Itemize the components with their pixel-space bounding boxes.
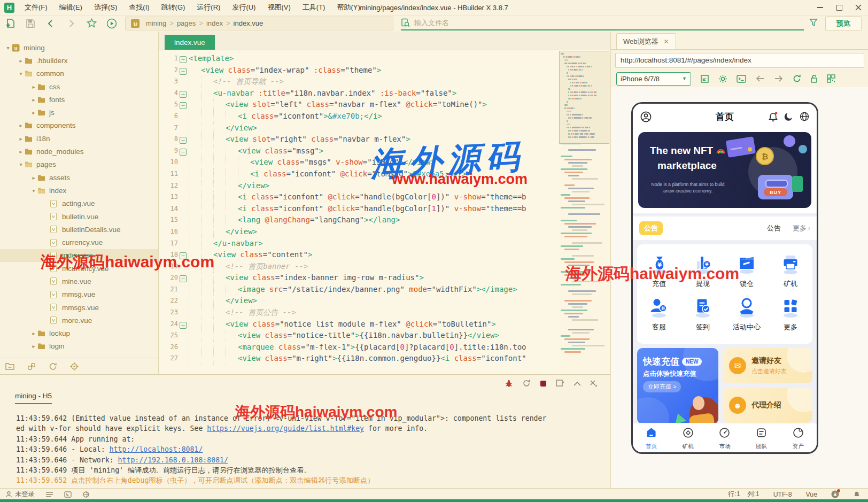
code-line[interactable]: 13<i class="iconfont" @click="handle(bgC… (159, 191, 559, 203)
line-number[interactable]: 8 (159, 134, 180, 145)
menu-item[interactable]: 发行(U) (226, 0, 261, 15)
line-number[interactable]: 13 (159, 191, 180, 203)
line-number[interactable]: 27 (159, 353, 180, 365)
chevron-collapsed-icon[interactable]: ▸ (17, 136, 25, 142)
tree-item-lockup[interactable]: ▸lockup (0, 327, 158, 340)
minimap[interactable] (559, 50, 610, 374)
line-number[interactable]: 2 (159, 65, 180, 76)
tab-team[interactable]: 团队 (743, 423, 780, 452)
tree-item-login[interactable]: ▸login (0, 340, 158, 353)
login-status[interactable]: 未登录 (5, 490, 35, 499)
code-area[interactable]: 1–<template>2–<view class="index-wrap" :… (159, 50, 559, 374)
tree-item-pages[interactable]: ▾pages (0, 158, 158, 171)
line-number[interactable]: 15 (159, 214, 180, 226)
chevron-collapsed-icon[interactable]: ▸ (30, 330, 37, 336)
tree-item-mcurrency-vue[interactable]: Vmcurrency.vue (0, 262, 158, 275)
tree-item-mmsg-vue[interactable]: Vmmsg.vue (0, 288, 158, 301)
code-line[interactable]: 27<view class="m-right">{{i18n.common.ge… (159, 353, 559, 365)
nav-back-icon[interactable] (755, 75, 765, 82)
code-line[interactable]: 15<lang @langChang="langChang"></lang> (159, 214, 559, 226)
fold-marker[interactable]: – (180, 65, 189, 76)
code-line[interactable]: 3<!-- 首页导航 --> (159, 76, 559, 88)
console-link[interactable]: https://vuejs.org/guide/list.html#key (207, 424, 364, 433)
code-line[interactable]: 6<i class="iconfont">&#xe70b;</i> (159, 111, 559, 122)
breadcrumb-item[interactable]: mining (146, 19, 166, 27)
debug-bug-icon[interactable] (505, 379, 513, 388)
code-line[interactable]: 26<marquee class="m-flex-1">{{placard[0]… (159, 342, 559, 353)
feature-activity[interactable]: 活动中心 (725, 295, 769, 332)
breadcrumb-item[interactable]: index.vue (234, 19, 264, 27)
code-line[interactable]: 19<!-- 首页banner --> (159, 261, 559, 273)
line-number[interactable]: 12 (159, 180, 180, 192)
tab-home[interactable]: 首页 (633, 423, 670, 452)
chevron-collapsed-icon[interactable]: ▸ (17, 149, 25, 155)
line-number[interactable]: 20 (159, 272, 180, 284)
line-number[interactable]: 5 (159, 99, 180, 111)
fold-marker[interactable]: – (180, 272, 189, 284)
menu-item[interactable]: 工具(T) (297, 0, 331, 15)
url-input[interactable]: http://localhost:8081/#/pages/index/inde… (615, 53, 864, 68)
chevron-collapsed-icon[interactable]: ▸ (30, 84, 37, 90)
fold-marker[interactable]: – (180, 53, 189, 65)
code-line[interactable]: 18–<view class="content"> (159, 249, 559, 261)
browser-tab[interactable]: Web浏览器 ✕ (616, 33, 676, 49)
feature-recharge[interactable]: ¥充值 (637, 252, 681, 289)
line-number[interactable]: 7 (159, 122, 180, 134)
tree-item-i18n[interactable]: ▸i18n (0, 132, 158, 145)
tab-market[interactable]: 市场 (707, 423, 743, 452)
profile-icon[interactable] (640, 111, 652, 123)
line-number[interactable]: 19 (159, 261, 180, 273)
chevron-collapsed-icon[interactable]: ▸ (17, 122, 25, 128)
save-button[interactable] (20, 17, 41, 30)
fold-marker[interactable]: – (180, 145, 189, 157)
menu-item[interactable]: 文件(F) (19, 0, 53, 15)
locate-file-icon[interactable] (70, 362, 79, 370)
tree-item-mmsgs-vue[interactable]: Vmmsgs.vue (0, 301, 158, 314)
minimap-viewport[interactable] (559, 51, 609, 144)
quick-recharge-card[interactable]: 快速充值 NEW 点击体验快速充值 立即充值 > (637, 348, 718, 424)
line-number[interactable]: 3 (159, 76, 180, 88)
feature-lock[interactable]: 锁仓 (725, 252, 769, 289)
line-number[interactable]: 10 (159, 157, 180, 168)
code-line[interactable]: 22</view> (159, 295, 559, 307)
unlock-icon[interactable] (810, 74, 818, 83)
line-number[interactable]: 23 (159, 307, 180, 319)
tab-assets[interactable]: 资产 (780, 423, 817, 452)
invite-friends-card[interactable]: ✉ 邀请好友 点击邀请好友 (723, 348, 812, 383)
update-button[interactable] (831, 490, 839, 498)
console-link[interactable]: http://192.168.0.108:8081/ (118, 456, 228, 464)
tree-item-mining[interactable]: ▾umining (0, 41, 158, 54)
tree-item-index[interactable]: ▾index (0, 184, 158, 197)
run-button[interactable] (102, 17, 122, 30)
code-line[interactable]: 9–<view class="mssg"> (159, 145, 559, 157)
line-number[interactable]: 9 (159, 145, 180, 157)
fold-marker[interactable]: – (180, 88, 189, 99)
outline-list-icon[interactable] (45, 491, 53, 498)
fold-marker[interactable]: – (180, 134, 189, 145)
menu-item[interactable]: 跳转(G) (156, 0, 191, 15)
cursor-position[interactable]: 行:1 列:1 (728, 490, 759, 499)
feature-more[interactable]: 更多 (769, 295, 812, 332)
tree-item-bulletinDetails-vue[interactable]: VbulletinDetails.vue (0, 223, 158, 236)
gear-icon[interactable] (718, 74, 727, 83)
menu-item[interactable]: 编辑(E) (53, 0, 88, 15)
open-external-icon[interactable] (700, 74, 709, 83)
new-file-button[interactable] (0, 17, 20, 30)
chevron-expanded-icon[interactable]: ▾ (17, 71, 25, 76)
line-number[interactable]: 17 (159, 238, 180, 250)
menu-item[interactable]: 运行(R) (191, 0, 226, 15)
tab-miner[interactable]: 矿机 (670, 423, 707, 452)
refresh-tree-icon[interactable] (49, 362, 57, 370)
recharge-now-button[interactable]: 立即充值 > (643, 381, 681, 392)
line-number[interactable]: 6 (159, 111, 180, 122)
line-number[interactable]: 24 (159, 319, 180, 330)
code-line[interactable]: 8–<view slot="right" class="navbar m-fle… (159, 134, 559, 145)
code-line[interactable]: 14<i class="iconfont" @click="handle(bgC… (159, 203, 559, 215)
buy-button[interactable]: BUY (764, 188, 787, 196)
chevron-expanded-icon[interactable]: ▾ (17, 161, 25, 167)
detach-window-icon[interactable] (556, 380, 564, 387)
line-number[interactable]: 11 (159, 168, 180, 180)
nft-banner[interactable]: The new NFT marketplace Node is a platfo… (638, 132, 811, 208)
file-search-box[interactable]: 输入文件名 (401, 17, 804, 30)
tree-item-more-vue[interactable]: Vmore.vue (0, 314, 158, 327)
